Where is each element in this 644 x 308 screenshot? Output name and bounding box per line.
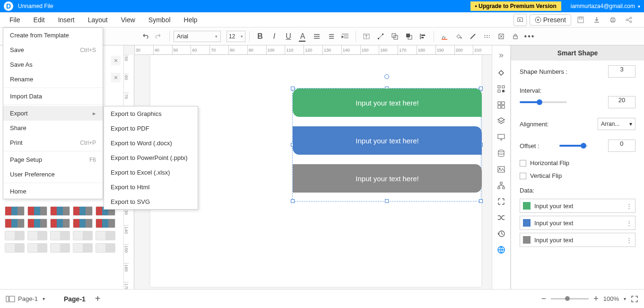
menu-symbol[interactable]: Symbol xyxy=(142,13,177,26)
bold-icon[interactable]: B xyxy=(253,30,267,43)
resize-handle[interactable] xyxy=(291,199,295,203)
menu-file[interactable]: File xyxy=(3,13,27,26)
shape-thumb[interactable] xyxy=(50,231,70,240)
shape-thumb[interactable] xyxy=(73,206,93,216)
file-menu-item[interactable]: Save As xyxy=(3,57,103,72)
text-box-icon[interactable]: T xyxy=(360,30,373,43)
more-icon[interactable]: ••• xyxy=(523,30,536,43)
history-icon[interactable] xyxy=(494,226,509,241)
resize-handle[interactable] xyxy=(479,199,483,203)
lock-icon[interactable] xyxy=(509,30,522,43)
shape-thumb[interactable] xyxy=(96,219,115,228)
vertical-flip-checkbox[interactable]: Vertical Flip xyxy=(511,169,644,182)
shape-thumb[interactable] xyxy=(73,219,93,228)
interval-slider[interactable] xyxy=(520,101,567,103)
font-size-select[interactable]: 12▾ xyxy=(226,31,245,42)
menu-layout[interactable]: Layout xyxy=(81,13,114,26)
shape-thumb[interactable] xyxy=(73,231,93,240)
offset-slider[interactable] xyxy=(559,145,588,147)
format-painter-icon[interactable] xyxy=(495,30,508,43)
grid-icon[interactable] xyxy=(494,97,509,113)
close-tab-icon[interactable]: × xyxy=(111,73,121,82)
pages-icon[interactable] xyxy=(6,295,15,303)
export-menu-item[interactable]: Export to PowerPoint (.pptx) xyxy=(104,150,198,165)
shape-thumb[interactable] xyxy=(96,231,115,240)
layers-icon[interactable] xyxy=(494,114,509,129)
shape-thumb[interactable] xyxy=(50,206,70,216)
underline-icon[interactable]: U xyxy=(282,30,295,43)
shape-thumb[interactable] xyxy=(5,219,25,228)
add-page-button[interactable]: + xyxy=(95,293,101,304)
export-menu-item[interactable]: Export to Graphics xyxy=(104,106,198,121)
offset-input[interactable]: 0 xyxy=(608,140,635,152)
horizontal-flip-checkbox[interactable]: Horizontal Flip xyxy=(511,157,644,169)
zoom-slider[interactable] xyxy=(551,298,589,299)
export-menu-item[interactable]: Export to Html xyxy=(104,180,198,194)
smart-shape-1[interactable]: Input your text here! xyxy=(293,88,482,117)
file-menu-item[interactable]: SaveCtrl+S xyxy=(3,43,103,57)
shape-thumb[interactable] xyxy=(73,243,93,253)
database-icon[interactable] xyxy=(494,146,509,161)
line-spacing-icon[interactable] xyxy=(324,30,338,43)
file-menu-item[interactable]: Export▸ xyxy=(3,106,103,121)
present-button[interactable]: Present xyxy=(530,14,571,26)
close-tab-icon[interactable]: × xyxy=(111,56,121,65)
data-item[interactable]: Input your text⋮ xyxy=(520,233,635,247)
more-icon[interactable]: ⋮ xyxy=(626,220,632,227)
shape-thumb[interactable] xyxy=(27,243,47,253)
image-icon[interactable] xyxy=(494,162,509,177)
export-menu-item[interactable]: Export to SVG xyxy=(104,194,198,209)
interval-input[interactable]: 20 xyxy=(608,96,635,108)
resize-handle[interactable] xyxy=(291,87,295,90)
smart-shape-2[interactable]: Input your text here! xyxy=(293,126,482,155)
file-menu-item[interactable]: Home xyxy=(3,184,103,199)
download-icon[interactable] xyxy=(590,13,603,26)
globe-icon[interactable] xyxy=(494,242,509,257)
monitor-icon[interactable] xyxy=(494,130,509,145)
line-style-icon[interactable] xyxy=(466,30,479,43)
resize-handle[interactable] xyxy=(385,199,389,203)
upgrade-button[interactable]: • Upgrade to Premium Version xyxy=(470,1,561,11)
shuffle-icon[interactable] xyxy=(494,210,509,225)
file-menu-item[interactable]: Rename xyxy=(3,72,103,87)
zoom-in-button[interactable]: + xyxy=(593,294,599,304)
chevron-down-icon[interactable]: ▾ xyxy=(624,296,626,301)
rotate-handle[interactable] xyxy=(384,74,389,79)
export-menu-item[interactable]: Export to PDF xyxy=(104,121,198,136)
shape-thumb[interactable] xyxy=(5,243,25,253)
fill-icon[interactable] xyxy=(452,30,465,43)
file-menu-item[interactable]: User Preference xyxy=(3,167,103,182)
file-menu-item[interactable]: Create from Template xyxy=(3,28,103,43)
more-icon[interactable]: ⋮ xyxy=(626,237,632,244)
data-item[interactable]: Input your text⋮ xyxy=(520,199,635,213)
highlight-icon[interactable] xyxy=(438,30,451,43)
export-menu-item[interactable]: Export to Word (.docx) xyxy=(104,136,198,150)
user-menu[interactable]: iammurtaza4@gmail.com ▾ xyxy=(571,3,640,9)
alignment-select[interactable]: Arran...▾ xyxy=(598,118,635,130)
export-menu-item[interactable]: Export to Excel (.xlsx) xyxy=(104,165,198,180)
menu-help[interactable]: Help xyxy=(177,13,204,26)
fullscreen-icon[interactable] xyxy=(494,194,509,209)
more-icon[interactable]: ⋮ xyxy=(626,202,632,210)
presentation-mode-icon[interactable] xyxy=(513,14,527,26)
indent-icon[interactable] xyxy=(339,30,352,43)
shape-thumb[interactable] xyxy=(50,243,70,253)
file-menu-item[interactable]: PrintCtrl+P xyxy=(3,135,103,150)
shape-thumb[interactable] xyxy=(27,206,47,216)
redo-icon[interactable] xyxy=(152,30,165,43)
shape-thumb[interactable] xyxy=(5,231,25,240)
file-menu-item[interactable]: Import Data xyxy=(3,89,103,104)
align-icon[interactable] xyxy=(310,30,323,43)
undo-icon[interactable] xyxy=(138,30,151,43)
shape-thumb[interactable] xyxy=(96,243,115,253)
align-objects-icon[interactable] xyxy=(417,30,430,43)
menu-insert[interactable]: Insert xyxy=(52,13,81,26)
font-select[interactable]: Arial▾ xyxy=(174,31,221,42)
print-icon[interactable] xyxy=(606,13,619,26)
data-item[interactable]: Input your text⋮ xyxy=(520,216,635,230)
share-icon[interactable] xyxy=(622,13,635,26)
shape-thumb[interactable] xyxy=(50,219,70,228)
page-select[interactable]: Page-1 ▾ xyxy=(18,295,45,302)
selection-box[interactable]: Input your text here! Input your text he… xyxy=(292,88,481,202)
shape-thumb[interactable] xyxy=(5,206,25,216)
